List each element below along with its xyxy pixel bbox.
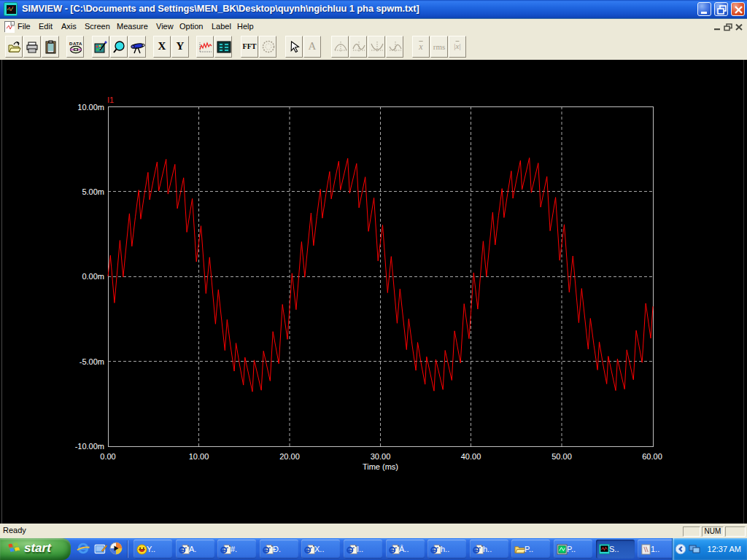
svg-text:20.00: 20.00 bbox=[279, 452, 300, 461]
svg-text:40.00: 40.00 bbox=[461, 452, 481, 461]
svg-text:Time (ms): Time (ms) bbox=[363, 462, 398, 471]
svg-text:-10.00m: -10.00m bbox=[75, 442, 104, 451]
svg-text:10.00: 10.00 bbox=[189, 452, 209, 461]
svg-text:0.00: 0.00 bbox=[100, 452, 115, 461]
svg-text:-5.00m: -5.00m bbox=[80, 357, 104, 366]
svg-text:30.00: 30.00 bbox=[371, 452, 391, 461]
svg-text:I1: I1 bbox=[107, 96, 114, 104]
svg-text:60.00: 60.00 bbox=[642, 452, 662, 461]
svg-text:DATA: DATA bbox=[69, 42, 82, 46]
svg-text:0.00m: 0.00m bbox=[82, 272, 104, 281]
svg-text:5.00m: 5.00m bbox=[82, 187, 104, 196]
svg-text:50.00: 50.00 bbox=[551, 452, 572, 461]
svg-text:10.00m: 10.00m bbox=[77, 103, 104, 112]
